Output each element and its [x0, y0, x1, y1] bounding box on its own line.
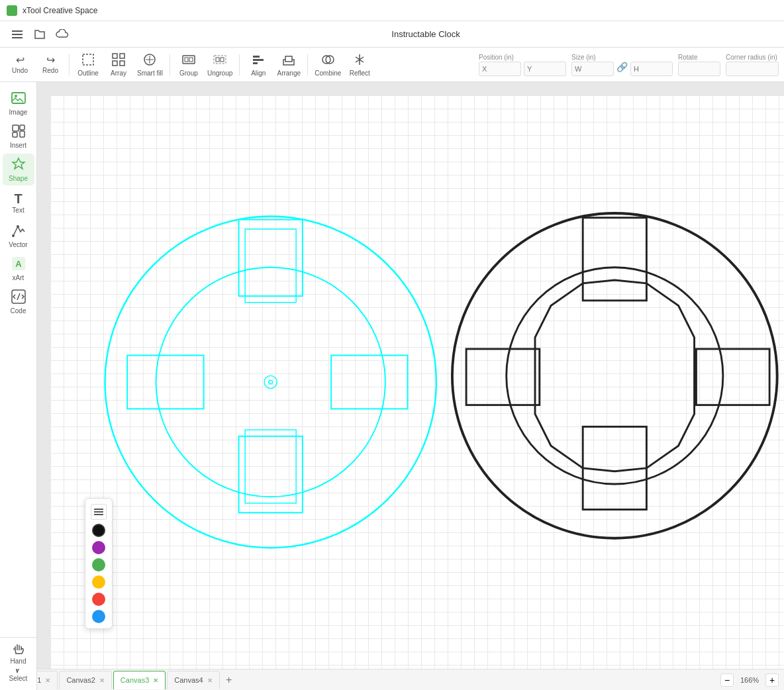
corner-radius-input[interactable]	[726, 62, 779, 76]
combine-button[interactable]: Combine	[312, 50, 344, 79]
color-purple-dot[interactable]	[92, 541, 105, 554]
group-button[interactable]: Group	[174, 50, 203, 79]
tab-canvas3[interactable]: Canvas3 ✕	[113, 671, 166, 689]
code-icon	[11, 289, 26, 306]
app-icon	[7, 5, 17, 16]
zoom-in-button[interactable]: +	[765, 673, 779, 687]
size-group: Size (in) 🔗	[571, 54, 673, 76]
svg-point-43	[452, 213, 777, 538]
svg-rect-6	[113, 61, 117, 66]
sidebar-item-text[interactable]: T Text	[3, 187, 34, 219]
svg-rect-3	[83, 54, 93, 65]
svg-rect-42	[245, 430, 296, 503]
tab-canvas4-close[interactable]: ✕	[207, 677, 213, 684]
hand-tool-btn[interactable]: Hand	[0, 637, 37, 669]
sidebar-item-vector[interactable]: Vector	[3, 220, 34, 252]
ungroup-button[interactable]: Ungroup	[205, 50, 235, 79]
svg-rect-14	[220, 58, 224, 62]
undo-label: Undo	[12, 67, 28, 74]
svg-rect-16	[253, 59, 264, 61]
canvas-svg[interactable]	[50, 95, 784, 669]
svg-rect-11	[189, 58, 193, 62]
array-icon	[112, 53, 125, 68]
tab-canvas3-close[interactable]: ✕	[153, 677, 158, 684]
lock-ratio-icon[interactable]: 🔗	[616, 62, 628, 76]
separator-3	[239, 54, 240, 75]
tab-canvas1-close[interactable]: ✕	[45, 677, 50, 684]
svg-rect-50	[94, 509, 103, 510]
image-icon	[11, 91, 26, 107]
align-button[interactable]: Align	[244, 50, 273, 79]
position-y-input[interactable]	[524, 62, 566, 76]
sidebar-text-label: Text	[12, 207, 24, 214]
toolbar-right: Position (in) Size (in) 🔗 Rotate Corner …	[479, 54, 779, 76]
menu-hamburger-button[interactable]	[8, 25, 26, 44]
redo-button[interactable]: ↪ Redo	[36, 50, 65, 79]
toolbar: ↩ Undo ↪ Redo Outline Array Smart fill G…	[0, 48, 784, 82]
color-blue-dot[interactable]	[92, 610, 105, 623]
redo-icon: ↪	[46, 55, 55, 66]
color-green-dot[interactable]	[92, 558, 105, 571]
svg-rect-2	[12, 37, 23, 38]
sidebar-item-shape[interactable]: Shape	[3, 154, 34, 185]
ungroup-label: Ungroup	[207, 70, 232, 77]
svg-rect-7	[120, 61, 124, 66]
svg-point-23	[15, 95, 17, 97]
main-area: Image Insert Shape T Text Vector A	[0, 82, 784, 669]
separator-4	[307, 54, 308, 75]
sidebar-item-image[interactable]: Image	[3, 87, 34, 119]
svg-marker-45	[535, 280, 695, 471]
color-black-dot[interactable]	[92, 524, 105, 537]
color-yellow-dot[interactable]	[92, 575, 105, 589]
svg-text:A: A	[15, 259, 22, 269]
svg-rect-25	[20, 125, 24, 130]
canvas-area[interactable]	[37, 82, 784, 669]
hand-label: Hand	[11, 658, 26, 665]
sidebar-shape-label: Shape	[9, 175, 28, 182]
array-label: Array	[111, 70, 126, 77]
zoom-out-button[interactable]: −	[720, 673, 734, 687]
sidebar-vector-label: Vector	[9, 241, 27, 248]
add-tab-button[interactable]: +	[221, 672, 237, 688]
tab-canvas2[interactable]: Canvas2 ✕	[59, 671, 111, 689]
position-x-input[interactable]	[479, 62, 521, 76]
sidebar-item-insert[interactable]: Insert	[3, 121, 34, 152]
svg-rect-52	[94, 514, 103, 515]
svg-rect-24	[13, 125, 19, 131]
svg-point-35	[264, 375, 277, 388]
smart-fill-button[interactable]: Smart fill	[134, 50, 166, 79]
corner-radius-group: Corner radius (in)	[726, 54, 779, 76]
cloud-save-button[interactable]	[53, 25, 72, 44]
reflect-button[interactable]: Reflect	[345, 50, 374, 79]
sidebar-item-code[interactable]: Code	[3, 286, 34, 318]
sidebar-code-label: Code	[11, 307, 26, 315]
xart-icon: A	[11, 256, 26, 273]
outline-button[interactable]: Outline	[74, 50, 103, 79]
color-panel-toggle[interactable]	[91, 504, 107, 520]
size-inputs: 🔗	[571, 62, 673, 76]
select-label: Select	[9, 675, 28, 682]
open-file-button[interactable]	[30, 25, 49, 44]
position-group: Position (in)	[479, 54, 566, 76]
group-icon	[182, 53, 195, 68]
menubar: Instructable Clock	[0, 21, 784, 48]
color-red-dot[interactable]	[92, 593, 105, 606]
sidebar-item-xart[interactable]: A xArt	[3, 253, 34, 285]
text-icon: T	[14, 192, 22, 205]
undo-button[interactable]: ↩ Undo	[5, 50, 34, 79]
size-w-input[interactable]	[571, 62, 614, 76]
rotate-input[interactable]	[678, 62, 720, 76]
svg-rect-0	[12, 30, 23, 32]
array-button[interactable]: Array	[104, 50, 133, 79]
tab-canvas3-label: Canvas3	[121, 676, 149, 684]
separator-2	[170, 54, 170, 75]
arrange-button[interactable]: Arrange	[274, 50, 303, 79]
size-label: Size (in)	[571, 54, 673, 61]
tab-canvas2-label: Canvas2	[66, 676, 95, 684]
svg-rect-38	[331, 356, 407, 409]
reflect-label: Reflect	[350, 70, 370, 77]
tab-canvas4[interactable]: Canvas4 ✕	[167, 671, 219, 689]
sidebar-image-label: Image	[9, 109, 28, 116]
size-h-input[interactable]	[630, 62, 673, 76]
tab-canvas2-close[interactable]: ✕	[99, 677, 105, 684]
